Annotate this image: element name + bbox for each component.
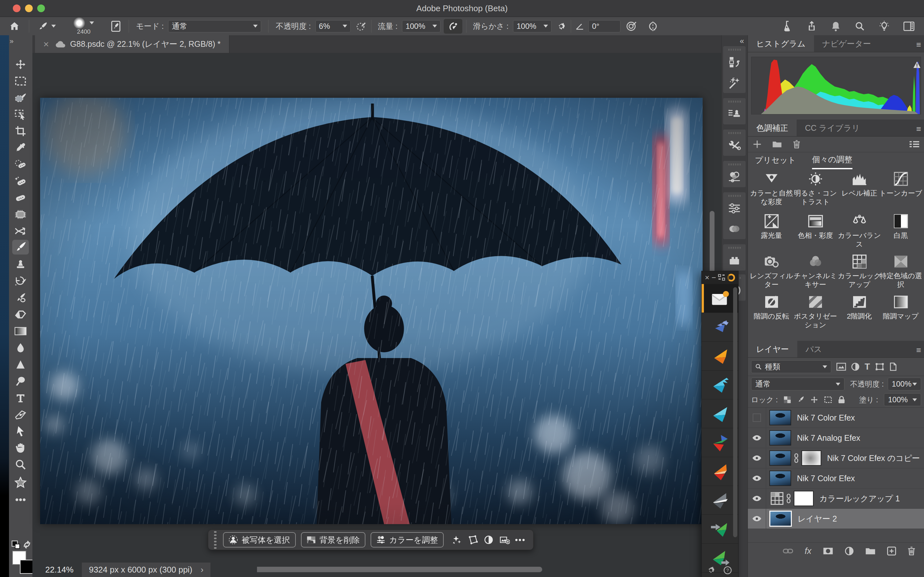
- lock-pixels-icon[interactable]: [797, 396, 804, 404]
- adjustment-channel-mixer[interactable]: チャンネルミキサー: [793, 253, 837, 289]
- filter-type-layers-icon[interactable]: T: [865, 362, 870, 372]
- path-selection-tool[interactable]: [12, 424, 29, 438]
- mask-link-icon[interactable]: [786, 494, 791, 503]
- adjustment-photo-filter[interactable]: レンズフィルター: [750, 253, 793, 289]
- list-view-icon[interactable]: [909, 140, 919, 148]
- adjustment-selective-color[interactable]: 特定色域の選択: [879, 253, 923, 289]
- selection-brush-tool[interactable]: [12, 90, 29, 105]
- plugin-gear-icon[interactable]: [707, 566, 715, 574]
- plugin-item-hdr-efex[interactable]: [702, 371, 738, 400]
- eyedropper-tool[interactable]: [12, 140, 29, 155]
- layer-row-nik7-color-efex[interactable]: Nik 7 Color Efex: [748, 468, 924, 488]
- search-icon[interactable]: [855, 21, 865, 31]
- default-colors-icon[interactable]: [11, 540, 21, 550]
- layer-style-fx-icon[interactable]: fx: [804, 546, 811, 556]
- tab-layers[interactable]: レイヤー: [748, 341, 797, 358]
- layer-thumbnail[interactable]: [769, 511, 792, 527]
- smoothing-select[interactable]: 100%: [513, 20, 551, 32]
- tab-cc-libraries[interactable]: CC ライブラリ: [796, 119, 868, 136]
- lock-position-icon[interactable]: [811, 396, 818, 404]
- visibility-toggle[interactable]: [748, 428, 766, 448]
- layer-thumbnail[interactable]: [769, 450, 791, 466]
- adjust-color-button[interactable]: カラーを調整: [371, 532, 444, 548]
- plugin-item-color-efex[interactable]: [702, 428, 738, 457]
- add-adjustment-icon[interactable]: [753, 140, 761, 148]
- layer-filter-select[interactable]: 種類: [751, 360, 831, 373]
- filter-pixel-layers-icon[interactable]: [837, 363, 846, 371]
- layer-mask-thumbnail[interactable]: [794, 491, 814, 506]
- layer-row-layer2-selected[interactable]: レイヤー 2: [748, 509, 924, 529]
- select-subject-button[interactable]: 被写体を選択: [223, 532, 296, 548]
- adjustment-color-lookup[interactable]: カラールックアップ: [837, 253, 881, 289]
- plugins-panel-icon[interactable]: [723, 250, 746, 271]
- layer-thumbnail[interactable]: [769, 430, 791, 446]
- horizontal-scrollbar[interactable]: [224, 567, 542, 572]
- lock-all-icon[interactable]: [838, 396, 845, 404]
- layer-thumbnail[interactable]: [769, 410, 791, 425]
- clone-stamp-tool[interactable]: [12, 257, 29, 272]
- notifications-bell-icon[interactable]: [831, 21, 841, 32]
- layer-row-color-lookup[interactable]: カラールックアップ 1: [748, 488, 924, 509]
- rectangular-marquee-tool[interactable]: [12, 74, 29, 89]
- actions-panel-icon[interactable]: [723, 73, 746, 93]
- add-mask-icon[interactable]: [823, 547, 833, 555]
- gradient-tool[interactable]: [12, 324, 29, 338]
- plugin-settings-icon[interactable]: [718, 274, 725, 281]
- layers-panel-menu-icon[interactable]: ≡: [916, 345, 921, 355]
- subtab-single-adjustments[interactable]: 個々の調整: [812, 154, 853, 169]
- mask-link-icon[interactable]: [794, 453, 799, 463]
- toolbar-collapse-icon[interactable]: »: [10, 37, 13, 45]
- zoom-level[interactable]: 22.14%: [45, 565, 73, 575]
- adjustment-curves[interactable]: トーンカーブ: [879, 171, 923, 197]
- brush-preset-picker[interactable]: 2400: [65, 17, 103, 35]
- swap-colors-icon[interactable]: [23, 540, 31, 549]
- visibility-toggle[interactable]: [748, 408, 766, 428]
- new-layer-icon[interactable]: [887, 546, 896, 556]
- visibility-toggle[interactable]: [748, 468, 766, 488]
- zoom-tool[interactable]: [12, 457, 29, 472]
- airbrush-toggle-icon[interactable]: [444, 19, 462, 34]
- tab-adjustments[interactable]: 色調補正: [748, 119, 796, 136]
- pen-tool[interactable]: [12, 407, 29, 422]
- layer-blend-mode-select[interactable]: 通常: [751, 378, 845, 390]
- adjustment-halfcircle-icon[interactable]: [484, 535, 493, 544]
- adjustment-exposure[interactable]: 露光量: [750, 213, 793, 240]
- remove-background-button[interactable]: 背景を削除: [301, 532, 366, 548]
- new-group-folder-icon[interactable]: [772, 140, 782, 148]
- lock-artboard-icon[interactable]: [824, 396, 832, 404]
- history-panel-icon[interactable]: [723, 52, 746, 73]
- adjustment-invert[interactable]: 階調の反転: [750, 294, 793, 321]
- document-tab[interactable]: × G88.psdc @ 22.1% (レイヤー 2, RGB/8) *: [35, 35, 229, 53]
- shape-star-tool[interactable]: [12, 475, 29, 490]
- crop-tool[interactable]: [12, 124, 29, 139]
- history-brush-tool[interactable]: [12, 274, 29, 288]
- layer-thumbnail[interactable]: [769, 471, 791, 486]
- home-icon[interactable]: [0, 21, 29, 32]
- close-window-button[interactable]: [13, 5, 21, 12]
- share-icon[interactable]: [806, 21, 817, 32]
- plugin-item-silver-efex[interactable]: [702, 486, 738, 515]
- layer-opacity-select[interactable]: 100%: [888, 378, 921, 390]
- delete-trash-icon[interactable]: [793, 140, 800, 148]
- adjustment-black-white[interactable]: 白黒: [879, 213, 923, 240]
- mixer-brush-tool[interactable]: [12, 290, 29, 305]
- zoom-window-button[interactable]: [37, 5, 45, 12]
- generative-sparkle-icon[interactable]: [452, 535, 462, 545]
- dodge-tool[interactable]: [12, 374, 29, 388]
- minimize-window-button[interactable]: [25, 5, 33, 12]
- sharpen-tool[interactable]: [12, 357, 29, 372]
- document-info[interactable]: 9324 px x 6000 px (300 ppi) ›: [82, 562, 210, 577]
- adjustment-hue-saturation[interactable]: 色相・彩度: [793, 213, 837, 240]
- adjustment-levels[interactable]: レベル補正: [837, 171, 881, 197]
- discover-lightbulb-icon[interactable]: [879, 21, 889, 32]
- patch-tool[interactable]: [12, 207, 29, 222]
- adjustment-color-vibrance[interactable]: カラーと自然な彩度: [750, 171, 793, 206]
- visibility-toggle[interactable]: [748, 509, 766, 529]
- plugin-panel-scrollbar[interactable]: [733, 287, 737, 537]
- plugin-item-sharpener-raw[interactable]: [702, 515, 738, 544]
- pressure-opacity-icon[interactable]: [351, 21, 371, 31]
- expand-panels-icon[interactable]: «: [740, 37, 744, 45]
- histogram-panel-menu-icon[interactable]: ≡: [916, 40, 921, 50]
- layer-row-nik7-color-efex-top[interactable]: Nik 7 Color Efex: [748, 408, 924, 428]
- tab-navigator[interactable]: ナビゲーター: [814, 35, 879, 52]
